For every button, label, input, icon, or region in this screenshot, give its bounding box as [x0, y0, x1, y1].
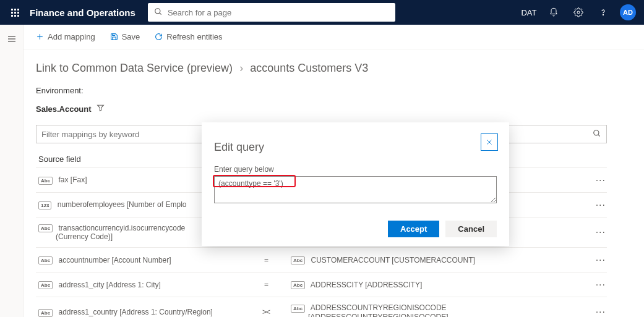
- app-launcher-icon[interactable]: [5, 2, 25, 22]
- svg-line-11: [598, 134, 600, 136]
- svg-point-0: [155, 8, 160, 13]
- source-field-text: numberofemployees [Number of Emplo: [58, 200, 187, 209]
- accept-button[interactable]: Accept: [388, 221, 439, 237]
- source-field-text2: (Currency Code)]: [56, 232, 113, 241]
- direction-icon[interactable]: =: [264, 256, 268, 264]
- hamburger-icon[interactable]: [2, 30, 21, 48]
- svg-line-1: [160, 12, 161, 14]
- chevron-right-icon: ›: [239, 62, 243, 74]
- query-label: Enter query below: [214, 165, 497, 174]
- search-icon: [154, 7, 163, 18]
- type-badge: Abc: [38, 256, 53, 264]
- row-more-icon[interactable]: ···: [596, 175, 606, 186]
- user-avatar[interactable]: AD: [617, 1, 639, 23]
- filter-icon[interactable]: [97, 104, 105, 114]
- target-field-text2: [ADDRESSCOUNTRYREGIONISOCODE]: [308, 313, 448, 317]
- type-badge: 123: [38, 201, 51, 209]
- direction-icon[interactable]: ><: [262, 308, 270, 316]
- table-row[interactable]: Abc address1_city [Address 1: City] = Ab…: [36, 272, 607, 297]
- dialog-title: Edit query: [214, 141, 497, 154]
- shell: Add mapping Save Refresh entities Link t…: [0, 25, 644, 317]
- source-field-text: fax [Fax]: [58, 175, 87, 184]
- cancel-button[interactable]: Cancel: [445, 221, 497, 237]
- save-icon: [110, 33, 118, 41]
- edit-query-dialog: Edit query Enter query below (accounttyp…: [202, 122, 509, 246]
- entity-name: Sales.Account: [36, 104, 92, 114]
- plus-icon: [36, 33, 44, 41]
- help-icon[interactable]: [592, 1, 614, 23]
- refresh-button[interactable]: Refresh entities: [155, 32, 222, 41]
- svg-point-3: [603, 14, 603, 15]
- svg-point-2: [577, 11, 580, 14]
- source-field-text: address1_country [Address 1: Country/Reg…: [58, 308, 212, 316]
- row-more-icon[interactable]: ···: [596, 306, 606, 317]
- avatar-initials: AD: [620, 4, 636, 20]
- source-field-text: address1_city [Address 1: City]: [58, 281, 160, 289]
- environment-label: Environment:: [36, 86, 607, 95]
- type-badge: Abc: [38, 224, 53, 232]
- source-field-text: accountnumber [Account Number]: [58, 256, 171, 264]
- save-button[interactable]: Save: [110, 32, 140, 41]
- entity-row: Sales.Account: [36, 104, 607, 114]
- dialog-buttons: Accept Cancel: [214, 221, 497, 237]
- row-more-icon[interactable]: ···: [596, 279, 606, 290]
- row-more-icon[interactable]: ···: [596, 200, 606, 211]
- type-badge: Abc: [38, 281, 53, 289]
- svg-point-10: [594, 130, 599, 135]
- source-field-text: transactioncurrencyid.isocurrencycode: [58, 224, 185, 232]
- topbar: Finance and Operations DAT AD: [0, 0, 644, 25]
- table-row[interactable]: Abc accountnumber [Account Number] = Abc…: [36, 247, 607, 272]
- breadcrumb-current: accounts Customers V3: [250, 62, 368, 74]
- notifications-icon[interactable]: [543, 1, 565, 23]
- type-badge: Abc: [291, 256, 305, 264]
- breadcrumb: Link to Common Data Service (preview) › …: [36, 62, 607, 75]
- refresh-icon: [155, 33, 163, 41]
- app-title: Finance and Operations: [30, 7, 135, 18]
- refresh-label: Refresh entities: [166, 32, 222, 41]
- direction-icon[interactable]: =: [264, 281, 268, 289]
- company-selector[interactable]: DAT: [518, 1, 540, 23]
- table-row[interactable]: Abc address1_country [Address 1: Country…: [36, 297, 607, 317]
- query-value: (accounttype == '3'): [218, 179, 283, 188]
- type-badge: Abc: [38, 177, 53, 185]
- target-field-text: ADDRESSCOUNTRYREGIONISOCODE: [311, 303, 447, 312]
- type-badge: Abc: [291, 281, 305, 289]
- global-search-input[interactable]: [168, 8, 389, 17]
- type-badge: Abc: [291, 305, 305, 313]
- add-mapping-label: Add mapping: [48, 32, 95, 41]
- row-more-icon[interactable]: ···: [596, 255, 606, 266]
- type-badge: Abc: [38, 309, 53, 317]
- target-field-text: CUSTOMERACCOUNT [CUSTOMERACCOUNT]: [311, 256, 474, 264]
- search-icon[interactable]: [593, 129, 601, 140]
- global-search[interactable]: [148, 3, 395, 22]
- left-rail: [0, 25, 24, 317]
- row-more-icon[interactable]: ···: [596, 227, 606, 238]
- save-label: Save: [122, 32, 140, 41]
- close-icon[interactable]: [481, 133, 498, 151]
- settings-icon[interactable]: [567, 1, 590, 23]
- svg-marker-9: [97, 105, 103, 111]
- query-textarea[interactable]: (accounttype == '3'): [214, 176, 497, 203]
- breadcrumb-root[interactable]: Link to Common Data Service (preview): [36, 62, 233, 74]
- target-field-text: ADDRESSCITY [ADDRESSCITY]: [311, 281, 422, 289]
- main-content: Add mapping Save Refresh entities Link t…: [24, 25, 644, 317]
- command-bar: Add mapping Save Refresh entities: [24, 25, 644, 49]
- add-mapping-button[interactable]: Add mapping: [36, 32, 95, 41]
